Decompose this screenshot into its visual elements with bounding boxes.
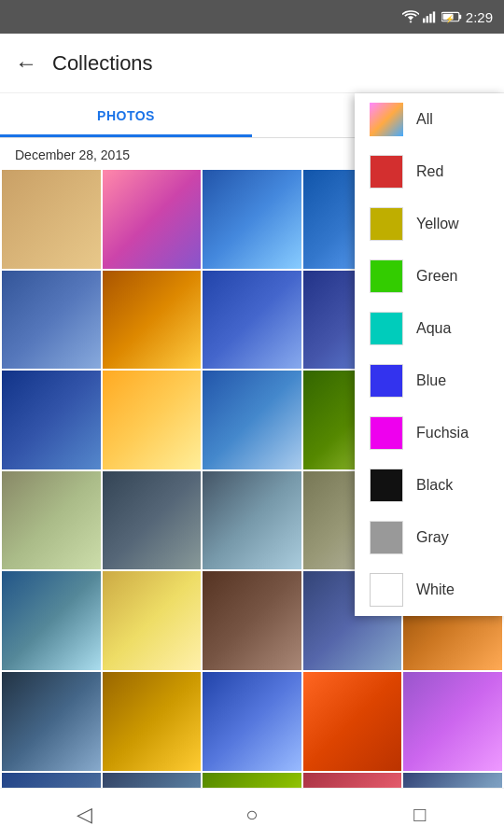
- status-icons: ⚡ 2:29: [402, 9, 493, 25]
- photo-cell[interactable]: [2, 271, 101, 370]
- color-filter-label-yellow: Yellow: [416, 216, 459, 232]
- bottom-nav: ◁ ○ □: [0, 788, 504, 840]
- color-filter-dropdown: AllRedYellowGreenAquaBlueFuchsiaBlackGra…: [355, 93, 504, 616]
- svg-rect-0: [423, 19, 425, 23]
- color-filter-item-green[interactable]: Green: [355, 250, 504, 302]
- photo-cell[interactable]: [2, 170, 101, 269]
- top-bar: ← Collections: [0, 34, 504, 93]
- wifi-icon: [402, 10, 419, 23]
- color-filter-label-fuchsia: Fuchsia: [416, 425, 469, 441]
- photo-cell[interactable]: [103, 471, 202, 570]
- photo-cell[interactable]: [2, 471, 101, 570]
- svg-rect-5: [459, 15, 461, 20]
- tab-photos[interactable]: PHOTOS: [0, 93, 252, 137]
- color-filter-label-aqua: Aqua: [416, 320, 451, 337]
- photo-cell[interactable]: [2, 571, 101, 670]
- color-swatch-blue: [370, 364, 403, 398]
- svg-text:⚡: ⚡: [445, 14, 455, 23]
- color-swatch-aqua: [370, 312, 403, 345]
- color-filter-item-aqua[interactable]: Aqua: [355, 302, 504, 355]
- back-button[interactable]: ←: [15, 50, 37, 77]
- color-swatch-black: [370, 469, 403, 502]
- color-filter-item-red[interactable]: Red: [355, 146, 504, 198]
- photo-cell[interactable]: [203, 571, 301, 670]
- home-nav-button[interactable]: ○: [230, 792, 274, 837]
- color-swatch-yellow: [370, 207, 403, 241]
- photo-cell[interactable]: [2, 672, 101, 771]
- color-filter-item-fuchsia[interactable]: Fuchsia: [355, 407, 504, 459]
- status-time: 2:29: [466, 9, 493, 25]
- photo-cell[interactable]: [303, 773, 402, 788]
- color-filter-item-blue[interactable]: Blue: [355, 355, 504, 407]
- photo-cell[interactable]: [103, 371, 202, 469]
- photo-cell[interactable]: [303, 672, 402, 771]
- svg-rect-2: [429, 14, 431, 23]
- color-filter-item-yellow[interactable]: Yellow: [355, 198, 504, 250]
- color-filter-label-red: Red: [416, 163, 443, 180]
- photo-cell[interactable]: [203, 271, 301, 370]
- photo-cell[interactable]: [403, 773, 502, 788]
- photo-cell[interactable]: [203, 170, 301, 269]
- status-bar: ⚡ 2:29: [0, 0, 504, 34]
- color-filter-label-green: Green: [416, 268, 457, 285]
- photo-cell[interactable]: [103, 170, 202, 269]
- color-swatch-white: [370, 573, 403, 607]
- photo-cell[interactable]: [2, 371, 101, 469]
- photo-cell[interactable]: [203, 371, 301, 469]
- color-filter-item-gray[interactable]: Gray: [355, 511, 504, 564]
- svg-rect-1: [426, 16, 427, 22]
- color-filter-label-white: White: [416, 581, 455, 598]
- color-swatch-red: [370, 155, 403, 189]
- color-swatch-gray: [370, 521, 403, 554]
- page-title: Collections: [52, 51, 153, 76]
- color-filter-label-blue: Blue: [416, 372, 446, 389]
- svg-rect-3: [433, 11, 435, 22]
- color-filter-label-black: Black: [416, 477, 453, 494]
- photo-cell[interactable]: [103, 672, 202, 771]
- battery-icon: ⚡: [441, 10, 462, 23]
- color-filter-item-black[interactable]: Black: [355, 459, 504, 511]
- photo-cell[interactable]: [203, 672, 301, 771]
- photo-cell[interactable]: [403, 672, 502, 771]
- color-swatch-fuchsia: [370, 416, 403, 450]
- color-filter-item-all[interactable]: All: [355, 93, 504, 146]
- color-swatch-green: [370, 259, 403, 293]
- color-filter-label-all: All: [416, 111, 433, 128]
- photo-cell[interactable]: [203, 471, 301, 570]
- photo-cell[interactable]: [103, 773, 202, 788]
- back-nav-button[interactable]: ◁: [62, 792, 106, 837]
- photo-cell[interactable]: [103, 271, 202, 370]
- signal-icon: [423, 10, 438, 23]
- color-swatch-all: [370, 103, 403, 136]
- photo-cell[interactable]: [103, 571, 202, 670]
- photo-cell[interactable]: [2, 773, 101, 788]
- recents-nav-button[interactable]: □: [398, 792, 442, 837]
- color-filter-item-white[interactable]: White: [355, 564, 504, 616]
- color-filter-label-gray: Gray: [416, 529, 449, 546]
- photo-cell[interactable]: [203, 773, 301, 788]
